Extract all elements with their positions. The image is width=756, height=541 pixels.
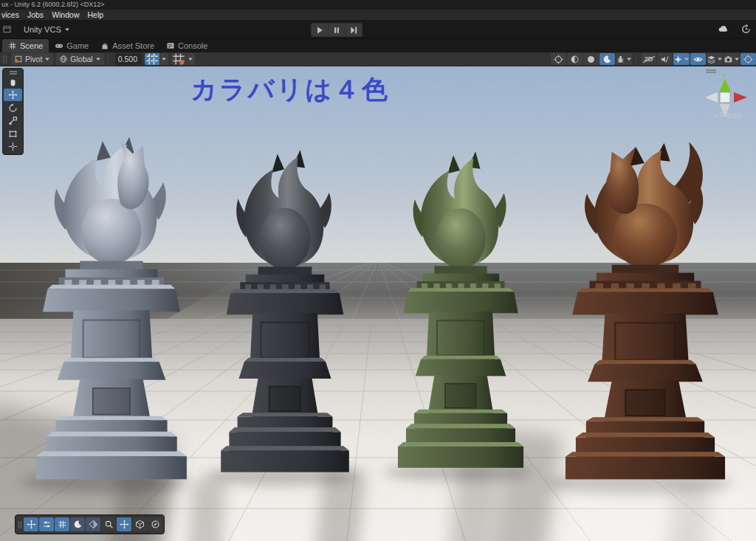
debug-draw-menu[interactable]	[616, 53, 632, 65]
asset-overlay-toggle[interactable]	[132, 517, 147, 531]
rotate-tool[interactable]	[4, 102, 22, 114]
sunlit-floor	[568, 476, 756, 541]
move-icon	[27, 520, 36, 529]
moon-icon	[73, 520, 83, 529]
2d-toggle[interactable]: 2D	[641, 53, 656, 65]
pause-button[interactable]	[329, 24, 345, 36]
draw-mode-wireframe[interactable]	[551, 53, 566, 65]
pivot-label: Pivot	[25, 55, 42, 63]
tab-game[interactable]: Game	[49, 39, 94, 52]
window-icon	[2, 24, 12, 34]
compass-icon	[151, 520, 160, 529]
search-overlay-toggle[interactable]	[101, 517, 116, 531]
scene-annotation-text[interactable]: カラバリは４色	[190, 72, 390, 107]
window-title: ux - Unity 6.2 (6000.2.6f2) <DX12>	[1, 1, 105, 8]
chevron-down-icon	[188, 56, 193, 62]
menu-item-window[interactable]: Window	[50, 10, 86, 19]
cube-icon	[135, 520, 145, 529]
orientation-overlay-toggle[interactable]	[86, 517, 100, 531]
cloud-services-button[interactable]	[718, 24, 729, 35]
gizmo-x-axis	[734, 92, 747, 103]
tool-settings-overlay-toggle[interactable]	[39, 517, 54, 531]
play-icon	[315, 26, 324, 35]
snap-grid-icon	[145, 52, 159, 66]
moon-icon	[602, 55, 612, 64]
effects-menu[interactable]	[673, 53, 690, 65]
draw-mode-shaded[interactable]	[583, 53, 599, 65]
tab-scene[interactable]: Scene	[2, 39, 49, 52]
chevron-down-icon	[64, 27, 70, 32]
main-toolbar: Unity VCS	[0, 20, 756, 39]
hidden-objects-visibility[interactable]	[690, 53, 706, 65]
scene-lighting-toggle[interactable]	[599, 53, 615, 65]
layers-menu[interactable]	[707, 53, 723, 65]
projection-label[interactable]: < Persp	[698, 111, 756, 120]
audio-toggle[interactable]	[657, 53, 673, 65]
overlay-drag-handle[interactable]	[4, 69, 22, 75]
chevron-down-icon	[626, 56, 632, 62]
kitsune-statue-moss-green[interactable]	[390, 146, 532, 472]
scene-view-toolbar: Pivot Global 0.500 2D	[0, 52, 756, 66]
layers-icon	[707, 55, 716, 64]
kitsune-statue-grey-stone[interactable]	[27, 131, 196, 484]
tab-console[interactable]: Console	[160, 39, 213, 52]
scene-viewport[interactable]: カラバリは４色 y < Persp	[0, 66, 756, 541]
unity-vcs-label: Unity VCS	[24, 25, 61, 34]
snap-increment-dropdown[interactable]	[145, 53, 168, 65]
rect-tool[interactable]	[4, 128, 22, 140]
chevron-down-icon	[44, 56, 50, 62]
play-button[interactable]	[312, 24, 328, 36]
pivot-mode-dropdown[interactable]: Pivot	[11, 53, 53, 65]
kitsune-statue-rust-brown[interactable]	[555, 137, 735, 484]
hand-icon	[8, 77, 18, 87]
menu-item-jobs[interactable]: Jobs	[26, 10, 50, 19]
sphere-icon	[586, 55, 596, 64]
rotate-icon	[8, 103, 18, 113]
move-tool[interactable]	[4, 89, 22, 101]
scale-icon	[8, 116, 18, 125]
gizmo-center	[720, 92, 730, 103]
transform-icon	[8, 142, 18, 151]
tab-asset-store[interactable]: Asset Store	[94, 39, 160, 52]
diamond-icon	[89, 520, 98, 529]
search-icon	[104, 520, 114, 529]
pause-icon	[332, 26, 341, 35]
overlay-drag-handle[interactable]	[17, 520, 23, 530]
bug-icon	[616, 55, 625, 64]
scale-tool[interactable]	[4, 114, 22, 127]
bag-icon	[100, 41, 109, 50]
sliders-icon	[42, 520, 52, 529]
chevron-down-icon	[161, 56, 167, 62]
menu-item-help[interactable]: Help	[86, 10, 110, 19]
menu-item-vices[interactable]: vices	[0, 10, 26, 19]
hand-tool[interactable]	[4, 76, 22, 89]
step-button[interactable]	[346, 24, 362, 36]
tools-overlay-toggle[interactable]	[24, 517, 38, 531]
gizmos-toggle[interactable]	[740, 53, 756, 65]
move-icon	[120, 520, 129, 529]
draw-mode-shaded-wireframe[interactable]	[567, 53, 583, 65]
unity-vcs-dropdown[interactable]: Unity VCS	[21, 23, 73, 36]
toolbar-grip[interactable]	[1, 55, 8, 64]
transform-tool[interactable]	[4, 140, 22, 153]
navigation-overlay-toggle[interactable]	[117, 517, 131, 531]
camera-icon	[724, 55, 733, 64]
handle-orientation-dropdown[interactable]: Global	[56, 53, 103, 65]
chevron-down-icon	[734, 56, 740, 62]
hashgrid-icon	[58, 520, 67, 529]
grid-icon	[8, 41, 17, 50]
pivot-icon	[14, 55, 23, 63]
kitsune-statue-charcoal[interactable]	[213, 145, 357, 477]
overlay-bottom-bar	[15, 514, 165, 534]
grid-red-icon	[171, 52, 186, 66]
view-options-overlay-toggle[interactable]	[70, 517, 85, 531]
move-icon	[8, 90, 18, 100]
grid-size-value: 0.500	[118, 55, 137, 63]
grid-size-field[interactable]: 0.500	[115, 53, 142, 65]
undo-history-button[interactable]	[740, 24, 752, 35]
audiooff-icon	[660, 55, 670, 64]
grid-snap-overlay-toggle[interactable]	[55, 517, 69, 531]
camera-settings-menu[interactable]	[724, 53, 740, 65]
compass-overlay-toggle[interactable]	[148, 517, 162, 531]
grid-visibility-dropdown[interactable]	[171, 53, 195, 65]
